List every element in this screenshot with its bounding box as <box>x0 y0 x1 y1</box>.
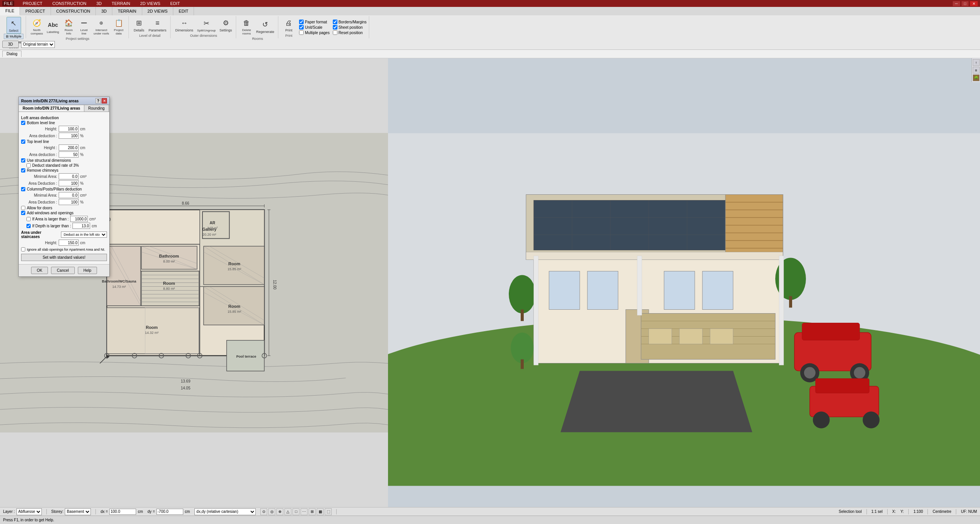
labelling-btn[interactable]: Abc Labelling <box>45 19 61 34</box>
tool-btn-1[interactable]: ↑ <box>973 59 980 66</box>
menu-terrain[interactable]: TERRAIN <box>110 1 132 6</box>
dx-input[interactable] <box>109 509 136 515</box>
paper-format-checkbox[interactable] <box>299 20 304 24</box>
level-line-btn[interactable]: ━━ Levelline <box>77 17 91 36</box>
delete-rooms-btn[interactable]: 🗑 Deleterooms <box>239 17 254 36</box>
top-level-line-checkbox[interactable] <box>21 140 25 144</box>
columns-area-input[interactable] <box>59 199 79 205</box>
intersect-btn[interactable]: ⊕ Intersectunder roofs <box>92 17 110 36</box>
allow-doors-checkbox[interactable] <box>21 206 25 210</box>
unit-scale-checkbox[interactable] <box>299 25 304 30</box>
multiple-pages-check[interactable]: Multiple pages <box>299 30 329 35</box>
chimneys-area-input[interactable] <box>59 180 79 186</box>
menu-project[interactable]: PROJECT <box>21 1 44 6</box>
ignore-slab-checkbox[interactable] <box>21 247 25 251</box>
borders-margins-check[interactable]: Borders/Margins <box>333 20 367 24</box>
deduct-standard-checkbox[interactable] <box>26 163 31 168</box>
north-compass-btn[interactable]: 🧭 Northcompass <box>29 17 44 36</box>
parameters-btn[interactable]: ≡ Parameters <box>147 17 168 33</box>
room-info-btn[interactable]: 🏠 RoomInfo <box>61 17 76 36</box>
menu-edit[interactable]: EDIT <box>169 1 181 6</box>
menu-2dviews[interactable]: 2D VIEWS <box>139 1 162 6</box>
terrain-select[interactable]: Original terrain <box>21 41 55 48</box>
menu-construction[interactable]: CONSTRUCTION <box>51 1 88 6</box>
reset-position-checkbox[interactable] <box>333 30 337 35</box>
remove-chimneys-checkbox[interactable] <box>21 168 25 172</box>
borders-margins-checkbox[interactable] <box>333 20 337 24</box>
dialog-close-btn[interactable]: ✕ <box>102 98 107 103</box>
ribbon-tab-file[interactable]: FILE <box>0 7 20 15</box>
set-standard-btn[interactable]: Set with standard values! <box>21 254 107 261</box>
paper-format-check[interactable]: Paper format <box>299 20 329 24</box>
bottom-height-input[interactable] <box>59 126 79 132</box>
ribbon-tab-construction[interactable]: CONSTRUCTION <box>51 7 96 15</box>
if-depth-input[interactable] <box>72 223 90 229</box>
project-data-btn[interactable]: 📋 Projectdata <box>112 17 126 36</box>
snap-btn-1[interactable]: ⊙ <box>260 508 267 515</box>
chimneys-minimal-input[interactable] <box>59 173 79 179</box>
multiple-select-btn[interactable]: ⊞ Multiple <box>4 34 23 39</box>
staircases-height-input[interactable] <box>59 240 79 246</box>
regenerate-btn[interactable]: ↺ Regenerate <box>255 18 276 34</box>
if-area-input[interactable] <box>70 216 88 222</box>
print-btn[interactable]: 🖨 Print <box>281 17 296 33</box>
ribbon-tab-2dviews[interactable]: 2D VIEWS <box>142 7 174 15</box>
select-button[interactable]: ↖ Select <box>7 17 21 34</box>
coord-mode-select[interactable]: dx,dy (relative cartesian) <box>194 508 256 515</box>
snap-btn-8[interactable]: ▦ <box>317 508 324 515</box>
storey-select[interactable]: Basement <box>65 508 91 515</box>
columns-label: Columns/Posts/Pillars deduction <box>27 187 82 191</box>
snap-btn-9[interactable]: ⬚ <box>325 508 332 515</box>
dimensions-btn[interactable]: ↔ Dimensions <box>174 17 195 33</box>
if-depth-checkbox[interactable] <box>26 224 31 228</box>
multiple-pages-checkbox[interactable] <box>299 30 304 35</box>
sheet-position-check[interactable]: Sheet position <box>333 25 367 30</box>
reset-position-check[interactable]: Reset position <box>333 30 367 35</box>
tool-btn-3[interactable]: 🌳 <box>973 74 980 81</box>
use-structural-checkbox[interactable] <box>21 158 25 163</box>
unit-scale-check[interactable]: Unit/Scale <box>299 25 329 30</box>
add-windows-checkbox[interactable] <box>21 211 25 215</box>
bottom-level-line-checkbox[interactable] <box>21 121 25 125</box>
ribbon-tab-edit[interactable]: EDIT <box>173 7 194 15</box>
snap-btn-3[interactable]: ⊕ <box>276 508 283 515</box>
top-area-deduction-input[interactable] <box>59 151 79 158</box>
dialog-help-icon[interactable]: ? <box>95 98 101 103</box>
if-area-checkbox[interactable] <box>26 217 31 221</box>
snap-btn-7[interactable]: ⊞ <box>309 508 316 515</box>
chimneys-area-unit: % <box>80 181 84 186</box>
minimize-btn[interactable]: ─ <box>953 1 960 6</box>
settings-btn[interactable]: ⚙ Settings <box>218 17 234 33</box>
maximize-btn[interactable]: □ <box>962 1 968 6</box>
top-height-input[interactable] <box>59 145 79 151</box>
3d-mode-btn[interactable]: 3D <box>2 41 19 48</box>
ribbon-tab-project[interactable]: PROJECT <box>20 7 51 15</box>
cancel-button[interactable]: Cancel <box>51 267 74 274</box>
help-button[interactable]: Help <box>78 267 97 274</box>
columns-minimal-input[interactable] <box>59 192 79 198</box>
ribbon-tab-terrain[interactable]: TERRAIN <box>112 7 142 15</box>
layer-select[interactable]: Abfluesse <box>16 508 42 515</box>
dialog-tab-main[interactable]: Room info/DIN 277/Living areas <box>19 105 84 112</box>
area-staircases-dropdown[interactable]: Deduct as in the loft stor No deduction … <box>61 232 107 238</box>
dialog-tab-rounding[interactable]: Rounding <box>84 105 109 112</box>
close-btn[interactable]: ✕ <box>970 1 978 6</box>
dialog-panel-tab[interactable]: Dialog <box>2 51 21 57</box>
sheet-position-checkbox[interactable] <box>333 25 337 30</box>
ribbon-tab-3d[interactable]: 3D <box>96 7 112 15</box>
snap-btn-5[interactable]: □ <box>293 508 299 515</box>
bottom-area-deduction-input[interactable] <box>59 133 79 139</box>
ok-button[interactable]: OK <box>31 267 48 274</box>
dy-input[interactable] <box>156 509 183 515</box>
svg-rect-113 <box>816 379 869 393</box>
snap-btn-2[interactable]: ◎ <box>268 508 275 515</box>
snap-btn-4[interactable]: △ <box>284 508 291 515</box>
menu-file[interactable]: FILE <box>2 1 14 6</box>
tool-btn-2[interactable]: ≡ <box>973 67 980 74</box>
svg-text:Room: Room <box>229 304 240 309</box>
details-btn[interactable]: ⊞ Details <box>132 17 146 33</box>
menu-3d[interactable]: 3D <box>95 1 103 6</box>
split-ungroup-btn[interactable]: ✂ Split/Ungroup <box>196 17 217 33</box>
snap-btn-6[interactable]: ⋯ <box>301 508 307 515</box>
columns-checkbox[interactable] <box>21 187 25 191</box>
